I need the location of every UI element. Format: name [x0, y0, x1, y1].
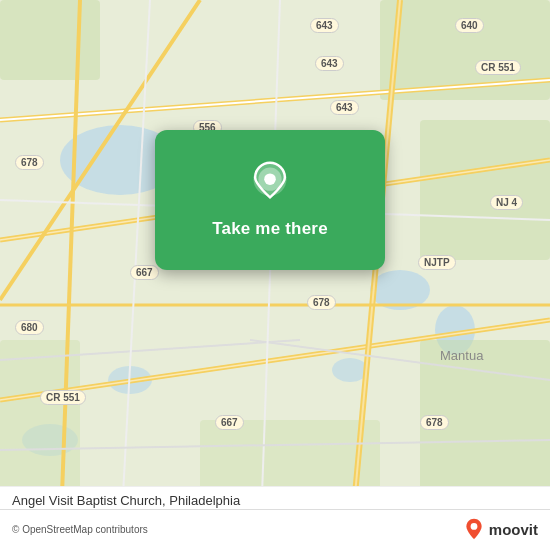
road-badge-b15: 678	[420, 415, 449, 430]
road-badge-b7: CR 551	[475, 60, 521, 75]
svg-rect-7	[0, 0, 100, 80]
road-badge-b12: 680	[15, 320, 44, 335]
road-badge-b9: NJTP	[418, 255, 456, 270]
moovit-text: moovit	[489, 521, 538, 538]
svg-text:Mantua: Mantua	[440, 348, 484, 363]
road-badge-b4: 643	[330, 100, 359, 115]
road-badge-b3: 643	[315, 56, 344, 71]
svg-rect-9	[420, 120, 550, 260]
road-badge-b11: 678	[307, 295, 336, 310]
road-badge-b8: NJ 4	[490, 195, 523, 210]
road-badge-b1: 643	[310, 18, 339, 33]
bottom-bar: © OpenStreetMap contributors moovit	[0, 509, 550, 550]
destination-card[interactable]: Take me there	[155, 130, 385, 270]
attribution-text: © OpenStreetMap contributors	[12, 524, 148, 535]
svg-point-33	[264, 173, 276, 185]
road-badge-b5: 678	[15, 155, 44, 170]
road-badge-b10: 667	[130, 265, 159, 280]
location-pin-icon	[246, 161, 294, 209]
moovit-pin-icon	[463, 518, 485, 540]
svg-point-34	[470, 523, 477, 530]
road-badge-b14: 667	[215, 415, 244, 430]
map-background: Mantua	[0, 0, 550, 550]
map-container: Mantua 643640643643678556CR 551NJ 4NJTP6…	[0, 0, 550, 550]
location-text: Angel Visit Baptist Church, Philadelphia	[12, 493, 240, 508]
take-me-there-button[interactable]: Take me there	[212, 219, 328, 239]
road-badge-b13: CR 551	[40, 390, 86, 405]
road-badge-b2: 640	[455, 18, 484, 33]
moovit-logo: moovit	[463, 518, 538, 540]
